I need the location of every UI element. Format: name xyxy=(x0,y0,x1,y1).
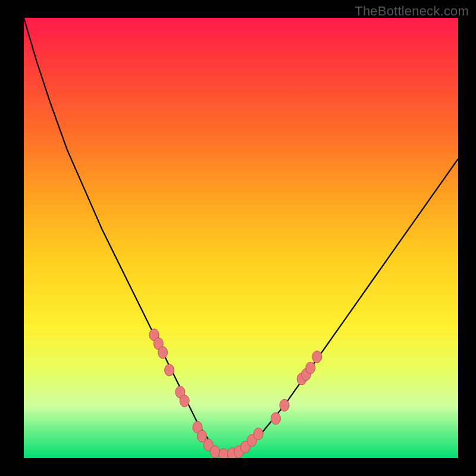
watermark-text: TheBottleneck.com xyxy=(355,4,469,19)
chart-background xyxy=(24,18,458,458)
